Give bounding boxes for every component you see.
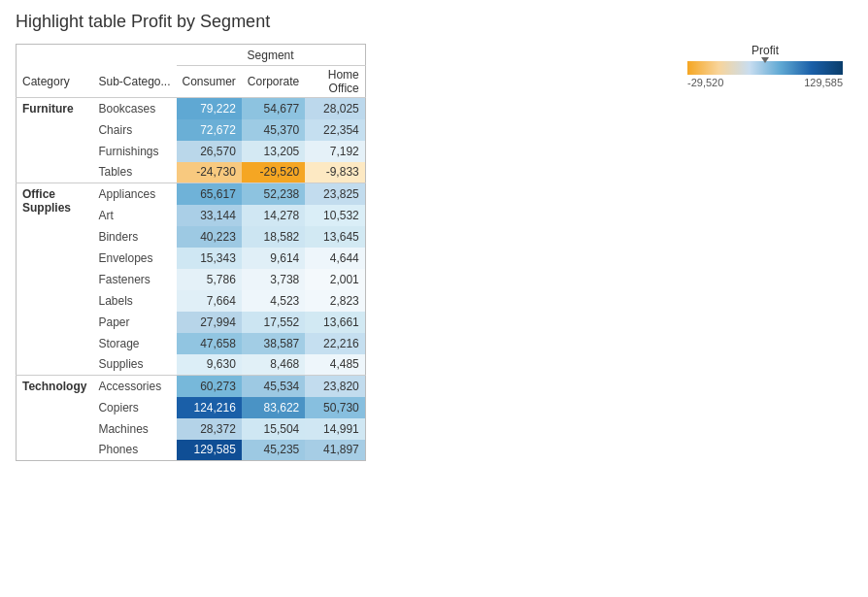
subcategory-cell: Fasteners [92, 269, 176, 290]
consumer-value: 7,664 [177, 290, 242, 312]
home-office-value: 41,897 [305, 440, 365, 461]
legend-labels: -29,520 129,585 [687, 77, 843, 88]
legend-pointer [761, 57, 769, 63]
consumer-value: 72,672 [177, 119, 242, 141]
subcategory-cell: Binders [92, 226, 176, 248]
consumer-value: 33,144 [177, 205, 242, 226]
subcategory-cell: Accessories [92, 376, 176, 397]
subcategory-cell: Tables [92, 162, 176, 183]
corporate-value: 45,235 [242, 440, 305, 461]
home-office-value: 50,730 [305, 397, 365, 418]
subcategory-cell: Appliances [92, 183, 176, 205]
subcategory-cell: Art [92, 205, 176, 226]
page-title: Highlight table Profit by Segment [16, 12, 852, 32]
home-office-value: 28,025 [305, 98, 365, 119]
corporate-value: 13,205 [242, 141, 305, 162]
consumer-value: 40,223 [177, 226, 242, 248]
subcategory-cell: Labels [92, 290, 176, 312]
corporate-value: 3,738 [242, 269, 305, 290]
subcategory-cell: Machines [92, 418, 176, 440]
home-office-value: 13,661 [305, 312, 365, 333]
consumer-value: 47,658 [177, 333, 242, 354]
corporate-value: 4,523 [242, 290, 305, 312]
consumer-value: 65,617 [177, 183, 242, 205]
subcategory-cell: Supplies [92, 354, 176, 376]
home-office-value: 4,644 [305, 248, 365, 269]
legend-max: 129,585 [804, 77, 843, 88]
category-cell: Furniture [17, 98, 93, 183]
corporate-value: 45,534 [242, 376, 305, 397]
corporate-value: 8,468 [242, 354, 305, 376]
subcategory-cell: Storage [92, 333, 176, 354]
consumer-value: 124,216 [177, 397, 242, 418]
subcategory-cell: Paper [92, 312, 176, 333]
home-office-value: 14,991 [305, 418, 365, 440]
consumer-value: 60,273 [177, 376, 242, 397]
legend-area: Profit -29,520 129,585 [678, 44, 852, 461]
consumer-value: 79,222 [177, 98, 242, 119]
subcategory-cell: Furnishings [92, 141, 176, 162]
page-container: Highlight table Profit by Segment Segmen… [0, 0, 868, 597]
consumer-value: 28,372 [177, 418, 242, 440]
legend-title: Profit [678, 44, 852, 57]
home-office-value: 2,823 [305, 290, 365, 312]
corporate-value: 54,677 [242, 98, 305, 119]
corporate-value: 9,614 [242, 248, 305, 269]
consumer-value: 9,630 [177, 354, 242, 376]
subcategory-cell: Envelopes [92, 248, 176, 269]
consumer-value: 27,994 [177, 312, 242, 333]
col-header-subcategory: Sub-Catego... [92, 66, 176, 98]
corporate-value: 38,587 [242, 333, 305, 354]
home-office-value: 22,354 [305, 119, 365, 141]
corporate-value: 45,370 [242, 119, 305, 141]
legend-min: -29,520 [687, 77, 723, 88]
home-office-value: 23,825 [305, 183, 365, 205]
corporate-value: 14,278 [242, 205, 305, 226]
home-office-value: 13,645 [305, 226, 365, 248]
home-office-value: -9,833 [305, 162, 365, 183]
consumer-value: 129,585 [177, 440, 242, 461]
content-area: Segment Category Sub-Catego... Consumer … [16, 44, 852, 461]
table-area: Segment Category Sub-Catego... Consumer … [16, 44, 658, 461]
col-header-home-office: HomeOffice [305, 66, 365, 98]
subcategory-cell: Phones [92, 440, 176, 461]
home-office-value: 4,485 [305, 354, 365, 376]
corporate-value: 83,622 [242, 397, 305, 418]
consumer-value: 26,570 [177, 141, 242, 162]
home-office-value: 7,192 [305, 141, 365, 162]
corporate-value: 52,238 [242, 183, 305, 205]
col-header-corporate: Corporate [242, 66, 305, 98]
home-office-value: 23,820 [305, 376, 365, 397]
consumer-value: 5,786 [177, 269, 242, 290]
corporate-value: 15,504 [242, 418, 305, 440]
corporate-value: 18,582 [242, 226, 305, 248]
subcategory-cell: Copiers [92, 397, 176, 418]
col-header-consumer: Consumer [177, 66, 242, 98]
home-office-value: 22,216 [305, 333, 365, 354]
legend-bar [687, 61, 843, 75]
corporate-value: -29,520 [242, 162, 305, 183]
subcategory-cell: Bookcases [92, 98, 176, 119]
data-table: Segment Category Sub-Catego... Consumer … [16, 44, 366, 461]
consumer-value: -24,730 [177, 162, 242, 183]
corporate-value: 17,552 [242, 312, 305, 333]
subcategory-cell: Chairs [92, 119, 176, 141]
consumer-value: 15,343 [177, 248, 242, 269]
segment-header: Segment [177, 45, 366, 66]
home-office-value: 10,532 [305, 205, 365, 226]
category-cell: Technology [17, 376, 93, 461]
col-header-category: Category [17, 66, 93, 98]
category-cell: OfficeSupplies [17, 183, 93, 376]
home-office-value: 2,001 [305, 269, 365, 290]
